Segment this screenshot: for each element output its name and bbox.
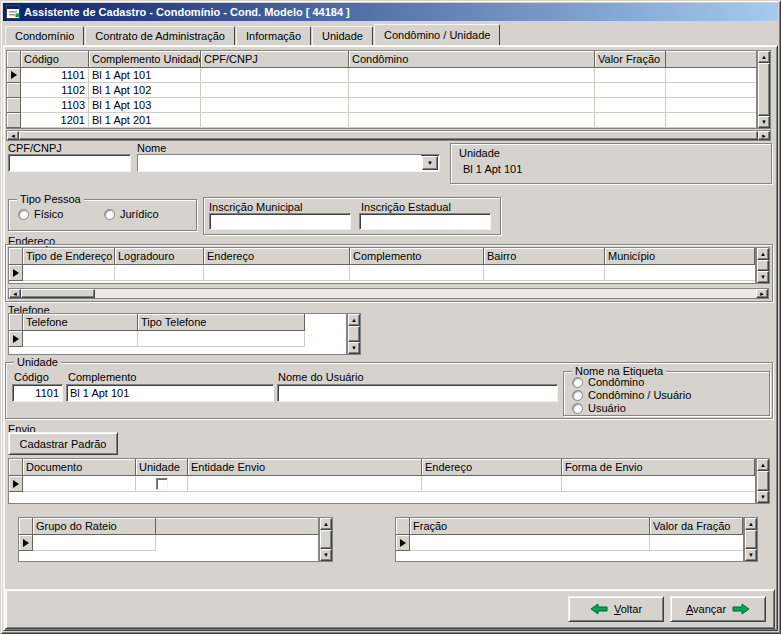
table-row[interactable] <box>396 535 743 551</box>
nome-combobox[interactable]: ▼ <box>137 154 440 172</box>
rateio-grid-vscrollbar[interactable]: ▲ ▼ <box>319 517 333 562</box>
table-row[interactable] <box>9 265 755 281</box>
endereco-grid-hscrollbar[interactable]: ◄ ► <box>8 288 769 299</box>
col-header-valor-fracao[interactable]: Valor Fração <box>595 51 666 68</box>
cell[interactable] <box>410 535 650 551</box>
col-header-grupo-rateio[interactable]: Grupo do Rateio <box>33 518 156 535</box>
table-row[interactable]: 1102 Bl 1 Apt 102 <box>7 83 756 98</box>
col-header-tipo-telefone[interactable]: Tipo Telefone <box>138 314 305 331</box>
table-row[interactable] <box>9 331 346 347</box>
cell-complemento[interactable]: Bl 1 Apt 201 <box>89 113 201 128</box>
col-header-endereco[interactable]: Endereço <box>422 459 562 476</box>
radio-etiqueta-usuario[interactable] <box>572 403 583 414</box>
rateio-grid[interactable]: Grupo do Rateio <box>18 517 319 562</box>
scroll-up-button[interactable]: ▲ <box>758 51 770 63</box>
cell[interactable] <box>350 265 484 281</box>
col-header-tipo-endereco[interactable]: Tipo de Endereço <box>23 248 115 265</box>
units-grid[interactable]: Código Complemento Unidade CPF/CNPJ Cond… <box>6 50 757 129</box>
cell[interactable] <box>23 331 138 347</box>
tab-contrato-administracao[interactable]: Contrato de Administração <box>85 26 235 45</box>
cell-valor-fracao[interactable] <box>595 98 666 113</box>
complemento-input[interactable] <box>66 384 274 402</box>
radio-etiqueta-usuario-option[interactable]: Usuário <box>572 402 626 414</box>
scroll-thumb[interactable] <box>348 326 360 342</box>
cell[interactable] <box>23 265 115 281</box>
scroll-thumb[interactable] <box>320 530 332 549</box>
cell-codigo[interactable]: 1102 <box>21 83 89 98</box>
units-grid-hscrollbar[interactable]: ◄ ► <box>6 130 771 141</box>
nome-dropdown-button[interactable]: ▼ <box>422 156 438 170</box>
radio-etiqueta-condomino-usuario[interactable] <box>572 390 583 401</box>
scroll-left-button[interactable]: ◄ <box>9 289 21 298</box>
col-header-complemento[interactable]: Complemento <box>350 248 484 265</box>
cpf-cnpj-input[interactable] <box>8 154 131 172</box>
scroll-track[interactable] <box>95 289 756 298</box>
col-header-condomino[interactable]: Condômino <box>349 51 595 68</box>
avancar-button[interactable]: Avançar <box>670 596 766 622</box>
scroll-up-button[interactable]: ▲ <box>757 459 769 471</box>
col-header-cpf-cnpj[interactable]: CPF/CNPJ <box>201 51 349 68</box>
col-header-forma-envio[interactable]: Forma de Envio <box>562 459 755 476</box>
tab-unidade[interactable]: Unidade <box>312 26 373 45</box>
voltar-button[interactable]: Voltar <box>568 596 664 622</box>
col-header-codigo[interactable]: Código <box>21 51 89 68</box>
col-header-bairro[interactable]: Bairro <box>484 248 605 265</box>
col-header-complemento-unidade[interactable]: Complemento Unidade <box>89 51 201 68</box>
cell-cpf[interactable] <box>201 98 349 113</box>
scroll-down-button[interactable]: ▼ <box>320 549 332 561</box>
cell-cpf[interactable] <box>201 83 349 98</box>
titlebar[interactable]: Assistente de Cadastro - Condomínio - Co… <box>3 3 778 21</box>
scroll-up-button[interactable]: ▲ <box>320 518 332 530</box>
cell[interactable] <box>23 476 136 492</box>
cell[interactable] <box>204 265 350 281</box>
radio-juridico[interactable] <box>104 209 115 220</box>
col-header-logradouro[interactable]: Logradouro <box>115 248 204 265</box>
cell-complemento[interactable]: Bl 1 Apt 103 <box>89 98 201 113</box>
fracao-grid[interactable]: Fração Valor da Fração <box>395 517 744 562</box>
scroll-thumb[interactable] <box>21 289 95 298</box>
cell-condomino[interactable] <box>349 113 595 128</box>
scroll-right-button[interactable]: ► <box>758 131 770 140</box>
cell-condomino[interactable] <box>349 98 595 113</box>
cell[interactable] <box>33 535 156 551</box>
endereco-grid-vscrollbar[interactable]: ▲ ▼ <box>756 247 770 284</box>
scroll-up-button[interactable]: ▲ <box>745 518 757 530</box>
scroll-thumb[interactable] <box>758 63 770 116</box>
cell[interactable] <box>422 476 562 492</box>
cell-codigo[interactable]: 1201 <box>21 113 89 128</box>
telefone-grid-vscrollbar[interactable]: ▲ ▼ <box>347 313 361 355</box>
cell[interactable] <box>115 265 204 281</box>
scroll-thumb[interactable] <box>757 471 769 491</box>
cell-condomino[interactable] <box>349 83 595 98</box>
units-grid-vscrollbar[interactable]: ▲ ▼ <box>757 50 771 129</box>
telefone-grid[interactable]: Telefone Tipo Telefone <box>8 313 347 355</box>
scroll-down-button[interactable]: ▼ <box>757 491 769 503</box>
nome-input[interactable] <box>138 155 421 171</box>
cell-codigo[interactable]: 1103 <box>21 98 89 113</box>
unidade-checkbox[interactable] <box>156 478 168 490</box>
col-header-telefone[interactable]: Telefone <box>23 314 138 331</box>
cell[interactable] <box>138 331 305 347</box>
cell-valor-fracao[interactable] <box>595 83 666 98</box>
tab-condominio[interactable]: Condomínio <box>5 26 84 45</box>
scroll-down-button[interactable]: ▼ <box>758 116 770 128</box>
col-header-endereco[interactable]: Endereço <box>204 248 350 265</box>
scroll-up-button[interactable]: ▲ <box>348 314 360 326</box>
envio-grid-vscrollbar[interactable]: ▲ ▼ <box>756 458 770 504</box>
scroll-left-button[interactable]: ◄ <box>7 131 19 140</box>
radio-etiqueta-condomino-usuario-option[interactable]: Condômino / Usuário <box>572 389 691 401</box>
cell-cpf[interactable] <box>201 68 349 83</box>
envio-grid[interactable]: Documento Unidade Entidade Envio Endereç… <box>8 458 756 504</box>
scroll-down-button[interactable]: ▼ <box>745 549 757 561</box>
col-header-entidade-envio[interactable]: Entidade Envio <box>188 459 422 476</box>
scroll-thumb[interactable] <box>757 260 769 271</box>
scroll-down-button[interactable]: ▼ <box>757 271 769 283</box>
cell-complemento[interactable]: Bl 1 Apt 101 <box>89 68 201 83</box>
col-header-unidade[interactable]: Unidade <box>136 459 188 476</box>
cell[interactable] <box>562 476 755 492</box>
table-row[interactable]: 1103 Bl 1 Apt 103 <box>7 98 756 113</box>
table-row[interactable]: 1201 Bl 1 Apt 201 <box>7 113 756 128</box>
cell-cpf[interactable] <box>201 113 349 128</box>
cadastrar-padrao-button[interactable]: Cadastrar Padrão <box>8 432 118 455</box>
scroll-down-button[interactable]: ▼ <box>348 342 360 354</box>
